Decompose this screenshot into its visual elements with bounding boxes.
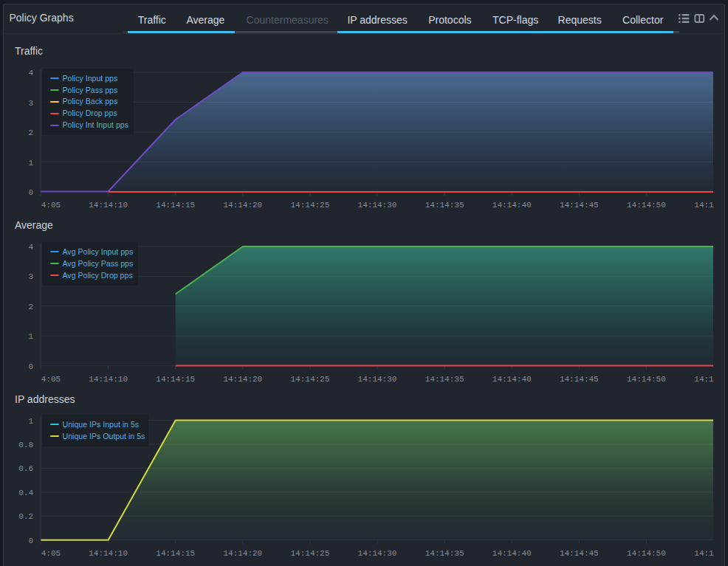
- svg-text:14:14:45: 14:14:45: [560, 201, 599, 210]
- svg-text:3: 3: [28, 99, 33, 108]
- svg-text:14:14:15: 14:14:15: [156, 375, 195, 384]
- svg-text:3: 3: [28, 272, 33, 281]
- svg-text:2: 2: [28, 303, 33, 311]
- svg-text:14:14:20: 14:14:20: [223, 375, 262, 384]
- svg-text:14:14:20: 14:14:20: [223, 549, 262, 558]
- svg-text:14:14:10: 14:14:10: [89, 549, 128, 558]
- svg-text:4:05: 4:05: [41, 201, 61, 210]
- svg-text:14:1: 14:1: [694, 375, 714, 384]
- svg-text:14:14:10: 14:14:10: [89, 201, 128, 210]
- svg-text:14:14:20: 14:14:20: [223, 201, 262, 210]
- svg-text:14:14:15: 14:14:15: [156, 549, 195, 558]
- svg-text:14:14:25: 14:14:25: [290, 375, 329, 384]
- svg-text:14:14:15: 14:14:15: [156, 201, 195, 210]
- svg-text:14:1: 14:1: [694, 201, 714, 210]
- svg-text:0.8: 0.8: [18, 441, 33, 449]
- svg-text:4: 4: [28, 243, 33, 252]
- svg-text:0: 0: [28, 536, 33, 545]
- svg-text:14:14:40: 14:14:40: [492, 375, 532, 384]
- svg-text:14:14:40: 14:14:40: [492, 201, 532, 210]
- svg-text:1: 1: [28, 332, 33, 341]
- svg-text:14:14:45: 14:14:45: [560, 375, 599, 384]
- svg-text:0.4: 0.4: [18, 489, 33, 497]
- svg-text:14:14:35: 14:14:35: [425, 549, 464, 558]
- svg-text:0: 0: [28, 362, 33, 371]
- svg-text:14:14:30: 14:14:30: [358, 375, 397, 384]
- svg-text:14:14:50: 14:14:50: [627, 549, 666, 558]
- svg-text:14:14:10: 14:14:10: [89, 375, 128, 384]
- svg-text:0: 0: [28, 188, 33, 197]
- svg-text:14:14:40: 14:14:40: [492, 549, 532, 558]
- svg-text:14:14:25: 14:14:25: [290, 201, 329, 210]
- svg-text:4: 4: [28, 69, 33, 77]
- svg-text:0.2: 0.2: [18, 512, 33, 521]
- svg-text:14:14:30: 14:14:30: [358, 549, 397, 558]
- svg-text:4:05: 4:05: [41, 375, 61, 384]
- svg-text:14:14:50: 14:14:50: [627, 375, 666, 384]
- svg-text:1: 1: [28, 159, 33, 168]
- svg-text:14:14:25: 14:14:25: [290, 549, 329, 558]
- svg-text:14:14:30: 14:14:30: [358, 201, 397, 210]
- svg-text:14:14:45: 14:14:45: [560, 549, 599, 558]
- svg-text:1: 1: [28, 417, 33, 426]
- svg-text:2: 2: [28, 128, 33, 137]
- svg-text:14:1: 14:1: [694, 549, 714, 558]
- svg-text:4:05: 4:05: [41, 549, 61, 558]
- svg-text:14:14:35: 14:14:35: [425, 201, 464, 210]
- svg-text:0.6: 0.6: [18, 464, 33, 473]
- svg-text:14:14:50: 14:14:50: [627, 201, 666, 210]
- svg-text:14:14:35: 14:14:35: [425, 375, 464, 384]
